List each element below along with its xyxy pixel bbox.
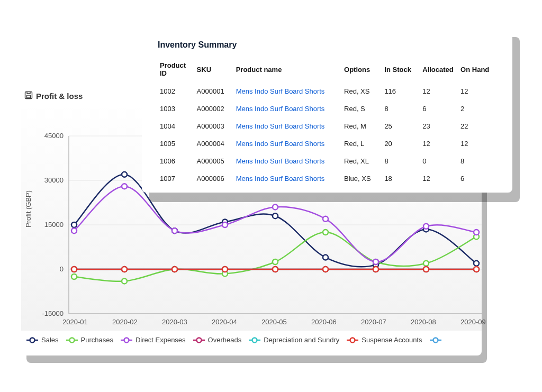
cell-sku: A000005 — [195, 152, 234, 170]
series-point[interactable] — [222, 222, 228, 227]
legend-marker-icon — [249, 337, 260, 343]
cell-options: Red, XL — [342, 152, 382, 170]
legend-item[interactable]: Suspense Accounts — [347, 336, 422, 344]
series-point[interactable] — [122, 278, 127, 284]
cell-sku: A000001 — [195, 83, 234, 100]
table-row: 1006A000005Mens Indo Surf Board ShortsRe… — [158, 152, 496, 170]
cell-in-stock: 25 — [382, 117, 420, 135]
series-point[interactable] — [323, 267, 328, 272]
cell-sku: A000002 — [195, 100, 234, 117]
cell-in-stock: 8 — [382, 152, 420, 170]
product-name-link[interactable]: Mens Indo Surf Board Shorts — [236, 157, 325, 165]
legend-marker-icon — [121, 337, 132, 343]
cell-in-stock: 8 — [382, 100, 420, 117]
series-point[interactable] — [423, 224, 429, 229]
product-name-link[interactable]: Mens Indo Surf Board Shorts — [236, 87, 325, 95]
svg-point-22 — [433, 338, 438, 342]
legend-item[interactable]: Purchases — [66, 336, 113, 344]
cell-allocated: 0 — [420, 152, 458, 170]
inventory-summary-title: Inventory Summary — [158, 40, 496, 50]
table-row: 1005A000004Mens Indo Surf Board ShortsRe… — [158, 135, 496, 152]
th-sku: SKU — [195, 58, 234, 83]
product-name-link[interactable]: Mens Indo Surf Board Shorts — [236, 175, 325, 183]
cell-product-name: Mens Indo Surf Board Shorts — [234, 83, 342, 100]
cell-on-hand: 12 — [458, 135, 496, 152]
cell-product-id: 1002 — [158, 83, 195, 100]
cell-on-hand: 22 — [458, 117, 496, 135]
series-point[interactable] — [323, 230, 328, 235]
cell-allocated: 12 — [420, 83, 458, 100]
series-point[interactable] — [222, 267, 228, 272]
cell-options: Red, L — [342, 135, 382, 152]
chart-legend: SalesPurchasesDirect ExpensesOverheadsDe… — [21, 331, 482, 347]
cell-allocated: 12 — [420, 135, 458, 152]
cell-allocated: 23 — [420, 117, 458, 135]
legend-marker-icon — [430, 337, 441, 343]
legend-label: Direct Expenses — [136, 336, 186, 344]
legend-marker-icon — [26, 337, 38, 343]
series-point[interactable] — [273, 259, 278, 265]
series-point[interactable] — [474, 230, 479, 235]
series-point[interactable] — [273, 213, 278, 218]
cell-product-id: 1006 — [158, 152, 195, 170]
cell-allocated: 12 — [420, 170, 458, 187]
cell-sku: A000006 — [195, 170, 234, 187]
series-point[interactable] — [474, 267, 479, 272]
legend-marker-icon — [66, 337, 78, 343]
table-header-row: Product ID SKU Product name Options In S… — [158, 58, 496, 83]
table-row: 1003A000002Mens Indo Surf Board ShortsRe… — [158, 100, 496, 117]
legend-item[interactable]: Sales — [26, 336, 59, 344]
series-point[interactable] — [423, 261, 429, 266]
series-point[interactable] — [373, 259, 378, 265]
series-point[interactable] — [71, 267, 77, 272]
cell-product-name: Mens Indo Surf Board Shorts — [234, 170, 342, 187]
series-point[interactable] — [273, 204, 278, 209]
cell-product-name: Mens Indo Surf Board Shorts — [234, 135, 342, 152]
series-point[interactable] — [122, 172, 127, 177]
legend-item[interactable]: Depreciation and Sundry — [249, 336, 339, 344]
series-line — [74, 232, 476, 281]
product-name-link[interactable]: Mens Indo Surf Board Shorts — [236, 105, 325, 113]
cell-options: Red, M — [342, 117, 382, 135]
legend-item[interactable]: Overheads — [193, 336, 242, 344]
series-point[interactable] — [71, 274, 77, 279]
cell-on-hand: 2 — [458, 100, 496, 117]
legend-marker-icon — [347, 337, 358, 343]
series-point[interactable] — [172, 228, 177, 233]
cell-in-stock: 18 — [382, 170, 420, 187]
svg-rect-1 — [27, 95, 31, 98]
cell-sku: A000003 — [195, 117, 234, 135]
series-point[interactable] — [423, 267, 429, 272]
product-name-link[interactable]: Mens Indo Surf Board Shorts — [236, 140, 325, 148]
chart-title: Profit & loss — [36, 92, 83, 101]
series-point[interactable] — [122, 184, 127, 189]
cell-product-name: Mens Indo Surf Board Shorts — [234, 100, 342, 117]
svg-point-10 — [30, 338, 35, 342]
series-point[interactable] — [122, 267, 127, 272]
series-point[interactable] — [323, 216, 328, 222]
series-point[interactable] — [474, 261, 479, 266]
series-point[interactable] — [71, 222, 77, 227]
inventory-table: Product ID SKU Product name Options In S… — [158, 58, 496, 187]
series-point[interactable] — [71, 228, 77, 233]
save-chart-icon[interactable] — [24, 91, 33, 101]
legend-item[interactable]: Direct Expenses — [121, 336, 186, 344]
cell-product-id: 1005 — [158, 135, 195, 152]
legend-label: Sales — [41, 336, 59, 344]
th-on-hand: On Hand — [458, 58, 496, 83]
cell-allocated: 6 — [420, 100, 458, 117]
table-row: 1002A000001Mens Indo Surf Board ShortsRe… — [158, 83, 496, 100]
cell-options: Blue, XS — [342, 170, 382, 187]
svg-point-14 — [124, 338, 129, 342]
series-point[interactable] — [323, 255, 328, 260]
cell-options: Red, S — [342, 100, 382, 117]
product-name-link[interactable]: Mens Indo Surf Board Shorts — [236, 122, 325, 130]
th-product-name: Product name — [234, 58, 342, 83]
series-point[interactable] — [373, 267, 378, 272]
cell-in-stock: 20 — [382, 135, 420, 152]
legend-item-overflow — [430, 336, 441, 344]
cell-sku: A000004 — [195, 135, 234, 152]
series-point[interactable] — [273, 267, 278, 272]
th-in-stock: In Stock — [382, 58, 420, 83]
series-point[interactable] — [172, 267, 177, 272]
